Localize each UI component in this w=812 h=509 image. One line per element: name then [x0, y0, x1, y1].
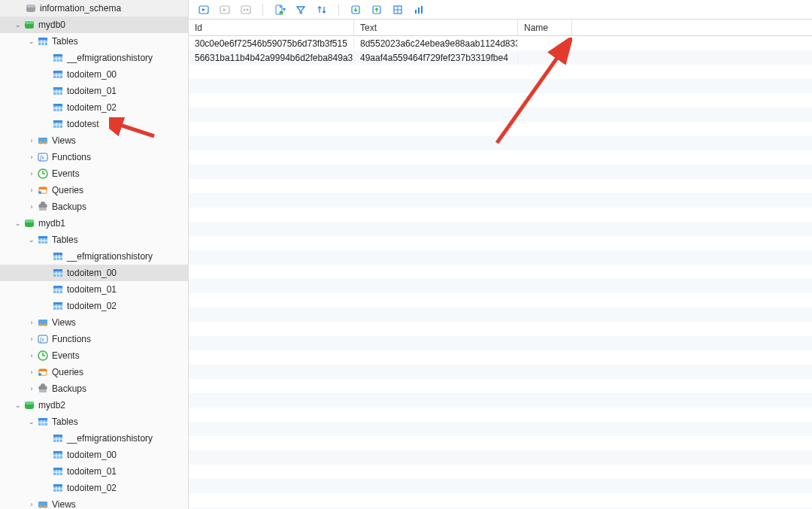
table-row-empty — [189, 93, 812, 108]
tree-views-folder[interactable]: ›Views — [0, 496, 188, 509]
views-icon — [38, 499, 48, 509]
tree-table-item[interactable]: todotest — [0, 116, 188, 132]
chevron-down-icon[interactable]: ⌄ — [14, 219, 23, 228]
table-row-empty — [189, 308, 812, 322]
table-row-empty — [189, 393, 812, 408]
chevron-down-icon[interactable]: ⌄ — [14, 401, 23, 410]
tree-tables-folder[interactable]: ⌄ Tables — [0, 33, 188, 50]
tree-table-item[interactable]: todoitem_02 — [0, 480, 188, 496]
table-row[interactable]: 30c0e0e6f72546b59075b6d73fb3f515 8d55202… — [189, 36, 812, 50]
tree-table-item[interactable]: todoitem_01 — [0, 463, 188, 480]
tree-label: todoitem_01 — [67, 466, 117, 477]
tree-label: __efmigrationshistory — [67, 53, 153, 63]
tree-db-mydb0[interactable]: ⌄ mydb0 — [0, 17, 188, 33]
chevron-down-icon[interactable]: ⌄ — [14, 20, 23, 29]
tree-table-item[interactable]: todoitem_01 — [0, 281, 188, 298]
chevron-right-icon[interactable]: › — [27, 384, 36, 393]
tree-label: Functions — [52, 334, 91, 344]
run-query-button[interactable] — [193, 1, 214, 19]
chevron-down-icon[interactable]: ⌄ — [27, 37, 36, 46]
tree-tables-folder[interactable]: ⌄ Tables — [0, 232, 188, 248]
table-icon — [53, 86, 63, 96]
table-row-empty — [189, 179, 812, 193]
chevron-right-icon[interactable]: › — [27, 500, 36, 509]
chevron-down-icon[interactable]: ⌄ — [27, 235, 36, 244]
database-icon — [26, 3, 36, 14]
tree-db-information-schema[interactable]: information_schema — [0, 0, 188, 17]
toolbar-separator — [338, 4, 339, 16]
tree-views-folder[interactable]: ›Views — [0, 314, 188, 331]
chevron-right-icon[interactable]: › — [27, 153, 36, 162]
filter-button[interactable] — [290, 1, 311, 19]
tree-table-item[interactable]: __efmigrationshistory — [0, 50, 188, 66]
table-row-empty — [189, 108, 812, 122]
chevron-right-icon[interactable]: › — [27, 335, 36, 344]
tree-events-folder[interactable]: ›Events — [0, 165, 188, 182]
table-icon — [53, 102, 63, 113]
tree-queries-folder[interactable]: ›Queries — [0, 364, 188, 380]
tree-label: Functions — [52, 152, 91, 162]
data-grid[interactable]: Id Text Name 30c0e0e6f72546b59075b6d73fb… — [189, 20, 812, 509]
table-icon — [38, 36, 48, 47]
tree-table-item[interactable]: todoitem_02 — [0, 298, 188, 314]
tree-table-item[interactable]: todoitem_02 — [0, 99, 188, 116]
table-row-empty — [189, 136, 812, 150]
chevron-right-icon[interactable]: › — [27, 169, 36, 178]
tree-label: Views — [52, 135, 76, 146]
chevron-right-icon[interactable]: › — [27, 136, 36, 145]
tree-label: Events — [52, 168, 80, 179]
database-icon — [24, 218, 35, 229]
tree-events-folder[interactable]: ›Events — [0, 347, 188, 364]
tree-table-item[interactable]: todoitem_00 — [0, 447, 188, 463]
table-row-empty — [189, 79, 812, 93]
column-header-text[interactable]: Text — [354, 20, 518, 35]
tree-table-item[interactable]: __efmigrationshistory — [0, 430, 188, 447]
table-row[interactable]: 56631ba11b4b42a9994b6d2feba849a3 49aaf4a… — [189, 50, 812, 65]
chevron-down-icon[interactable]: ⌄ — [27, 417, 36, 426]
cell-text[interactable]: 8d552023a6c24ebea9e88aab1124d833 — [354, 38, 518, 49]
tree-backups-folder[interactable]: ›Backups — [0, 380, 188, 397]
tree-functions-folder[interactable]: ›Functions — [0, 149, 188, 165]
chevron-right-icon[interactable]: › — [27, 368, 36, 377]
queries-icon — [38, 367, 48, 377]
table-row-empty — [189, 193, 812, 208]
export-button[interactable] — [366, 1, 387, 19]
cell-id[interactable]: 30c0e0e6f72546b59075b6d73fb3f515 — [189, 38, 354, 49]
tree-functions-folder[interactable]: ›Functions — [0, 331, 188, 347]
tree-table-item[interactable]: todoitem_00 — [0, 66, 188, 83]
cell-id[interactable]: 56631ba11b4b42a9994b6d2feba849a3 — [189, 53, 354, 63]
tree-queries-folder[interactable]: ›Queries — [0, 182, 188, 198]
cell-text[interactable]: 49aaf4a559464f729fef237b3319fbe4 — [354, 53, 518, 63]
tree-table-item[interactable]: todoitem_00 — [0, 265, 188, 281]
db-tree-sidebar[interactable]: information_schema ⌄ mydb0 ⌄ Tables __ef… — [0, 0, 189, 509]
tree-db-mydb2[interactable]: ⌄ mydb2 — [0, 397, 188, 414]
chevron-right-icon[interactable]: › — [27, 186, 36, 195]
sort-button[interactable] — [311, 1, 332, 19]
tree-label: Views — [52, 499, 76, 509]
table-icon — [53, 119, 63, 129]
table-icon — [53, 69, 63, 80]
tree-label: mydb0 — [38, 20, 65, 30]
chevron-right-icon[interactable]: › — [27, 351, 36, 360]
tree-backups-folder[interactable]: ›Backups — [0, 198, 188, 215]
chevron-right-icon[interactable]: › — [27, 318, 36, 327]
new-document-button[interactable]: ▾ — [269, 1, 290, 19]
tree-label: mydb1 — [38, 218, 65, 229]
tree-views-folder[interactable]: ›Views — [0, 132, 188, 149]
column-header-name[interactable]: Name — [518, 20, 572, 35]
toolbar-separator — [262, 4, 263, 16]
tree-label: information_schema — [40, 3, 121, 14]
tree-label: todoitem_02 — [67, 301, 117, 311]
tree-label: __efmigrationshistory — [67, 251, 153, 262]
chart-button[interactable] — [408, 1, 429, 19]
tree-table-item[interactable]: __efmigrationshistory — [0, 248, 188, 265]
tree-label: Tables — [52, 417, 78, 427]
chevron-right-icon[interactable]: › — [27, 202, 36, 211]
import-button[interactable] — [345, 1, 366, 19]
tree-table-item[interactable]: todoitem_01 — [0, 83, 188, 99]
grid-view-button[interactable] — [387, 1, 408, 19]
column-header-label: Id — [195, 23, 202, 33]
tree-db-mydb1[interactable]: ⌄ mydb1 — [0, 215, 188, 232]
tree-tables-folder[interactable]: ⌄ Tables — [0, 414, 188, 430]
column-header-id[interactable]: Id — [189, 20, 354, 35]
